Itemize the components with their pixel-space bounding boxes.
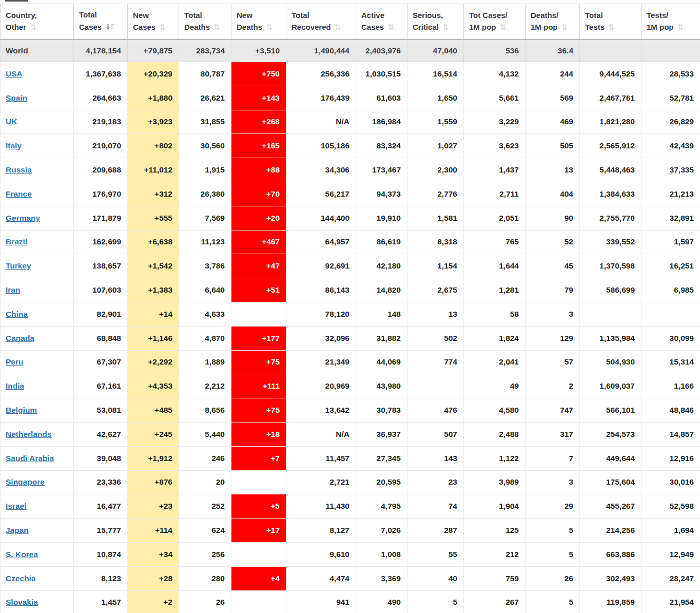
cell-total-tests: 455,267 [580, 494, 641, 519]
cell-country: World [1, 40, 74, 62]
country-link[interactable]: Belgium [6, 406, 37, 414]
cell-deaths-per-1m: 45 [526, 254, 580, 278]
country-link[interactable]: Japan [6, 526, 29, 534]
country-link[interactable]: Saudi Arabia [6, 454, 54, 463]
cell-new-cases: +34 [128, 542, 179, 566]
country-link[interactable]: Brazil [6, 237, 27, 246]
cell-cases-per-1m: 267 [464, 590, 526, 613]
cell-active-cases: 83,324 [356, 134, 407, 158]
cell-deaths-per-1m: 747 [526, 398, 580, 423]
col-header-total-recovered[interactable]: Total Recovered⇅ [286, 4, 356, 40]
col-header-total-tests[interactable]: Total Tests⇅ [580, 4, 641, 40]
cell-total-cases: 67,161 [74, 374, 128, 398]
cell-tests-per-1m: 32,891 [641, 206, 700, 230]
cell-cases-per-1m: 1,644 [464, 254, 526, 278]
country-link[interactable]: Germany [6, 214, 40, 222]
cell-cases-per-1m: 4,132 [464, 62, 526, 86]
cell-cases-per-1m: 2,041 [464, 350, 526, 374]
col-header-tests-per-1m[interactable]: Tests/ 1M pop⇅ [641, 4, 700, 40]
country-link[interactable]: Russia [6, 165, 32, 174]
country-link[interactable]: Peru [6, 357, 23, 366]
col-header-total-deaths[interactable]: Total Deaths⇅ [179, 4, 231, 40]
country-link[interactable]: Canada [6, 334, 34, 342]
country-link[interactable]: Turkey [6, 261, 31, 270]
cell-total-cases: 4,178,154 [74, 40, 128, 62]
country-link[interactable]: Israel [6, 502, 27, 510]
cell-active-cases: 1,008 [356, 542, 407, 566]
cell-country: China [1, 302, 74, 326]
cell-total-deaths: 280 [179, 566, 231, 590]
cell-new-deaths: +88 [231, 158, 286, 182]
sort-icon: ⇅ [213, 23, 219, 31]
country-link[interactable]: Italy [6, 141, 22, 150]
col-header-cases-per-1m[interactable]: Tot Cases/ 1M pop⇅ [464, 4, 526, 40]
country-row: China 82,901 +14 4,633 78,120 148 13 58 … [1, 302, 700, 326]
country-link[interactable]: Czechia [6, 574, 36, 583]
cell-new-deaths: +467 [231, 230, 286, 254]
cell-cases-per-1m: 3,229 [464, 110, 526, 134]
cell-total-deaths: 31,855 [179, 110, 231, 134]
cell-total-cases: 68,848 [74, 326, 128, 350]
cell-cases-per-1m: 759 [464, 566, 526, 590]
cell-cases-per-1m: 125 [464, 519, 526, 543]
col-header-new-cases[interactable]: New Cases⇅ [128, 4, 179, 40]
cell-new-deaths: +111 [231, 374, 286, 398]
cell-total-cases: 219,070 [74, 134, 128, 158]
cell-total-tests: 339,552 [580, 230, 641, 254]
cell-serious-critical: 2,776 [407, 182, 464, 206]
country-link[interactable]: Slovakia [6, 598, 38, 606]
cell-total-tests: 2,755,770 [580, 206, 641, 230]
cell-tests-per-1m: 30,016 [641, 470, 700, 494]
col-header-serious-critical[interactable]: Serious, Critical⇅ [407, 4, 464, 40]
col-header-country[interactable]: Country, Other⇅ [1, 4, 74, 40]
cell-total-recovered: 11,430 [286, 494, 356, 519]
col-header-total-cases[interactable]: Total Cases [74, 4, 128, 40]
cell-tests-per-1m: 37,335 [641, 158, 700, 182]
cell-total-cases: 53,081 [74, 398, 128, 423]
country-row: Peru 67,307 +2,292 1,889 +75 21,349 44,0… [1, 350, 700, 374]
cell-new-cases: +79,875 [128, 40, 179, 62]
country-row: Spain 264,663 +1,880 26,621 +143 176,439… [1, 86, 700, 110]
country-link[interactable]: China [6, 310, 28, 318]
cell-total-cases: 176,970 [74, 182, 128, 206]
cell-new-cases: +555 [128, 206, 179, 230]
country-link[interactable]: India [6, 381, 24, 390]
col-header-active-cases[interactable]: Active Cases⇅ [356, 4, 407, 40]
cell-total-deaths: 1,889 [179, 350, 231, 374]
country-link[interactable]: S. Korea [6, 550, 38, 559]
cell-total-tests: 214,256 [580, 519, 641, 543]
country-link[interactable]: USA [6, 69, 23, 78]
cell-new-cases: +4,353 [128, 374, 179, 398]
country-link[interactable]: Singapore [6, 477, 45, 486]
cell-tests-per-1m: 52,781 [641, 86, 700, 110]
country-link[interactable]: UK [6, 117, 17, 126]
country-link[interactable]: Iran [6, 285, 20, 294]
cell-total-recovered: 11,457 [286, 446, 356, 470]
cell-deaths-per-1m: 52 [526, 230, 580, 254]
sort-icon: ⇅ [30, 23, 35, 31]
country-row: Brazil 162,699 +6,638 11,123 +467 64,957… [1, 230, 700, 254]
country-row: Iran 107,603 +1,383 6,640 +51 86,143 14,… [1, 278, 700, 302]
col-header-deaths-per-1m[interactable]: Deaths/ 1M pop⇅ [526, 4, 580, 40]
cell-total-tests [580, 40, 641, 62]
cell-total-cases: 107,603 [74, 278, 128, 302]
cell-total-deaths: 252 [179, 494, 231, 519]
country-link[interactable]: Netherlands [6, 430, 52, 438]
cell-new-cases: +245 [128, 422, 179, 446]
cell-serious-critical: 1,650 [407, 86, 464, 110]
cell-country: Saudi Arabia [1, 446, 74, 470]
cell-total-recovered: 941 [286, 590, 356, 613]
cell-tests-per-1m: 1,166 [641, 374, 700, 398]
country-link[interactable]: France [6, 189, 32, 198]
cell-country: Germany [1, 206, 74, 230]
col-header-new-deaths[interactable]: New Deaths⇅ [231, 4, 286, 40]
cell-new-cases: +1,383 [128, 278, 179, 302]
cell-total-recovered: 64,957 [286, 230, 356, 254]
cell-serious-critical: 23 [407, 470, 464, 494]
cell-total-tests: 1,370,598 [580, 254, 641, 278]
sort-icon: ⇅ [335, 23, 340, 31]
cell-new-deaths [231, 590, 286, 613]
country-link[interactable]: Spain [6, 93, 27, 102]
cell-country: Italy [1, 134, 74, 158]
cell-country: Singapore [1, 470, 74, 494]
